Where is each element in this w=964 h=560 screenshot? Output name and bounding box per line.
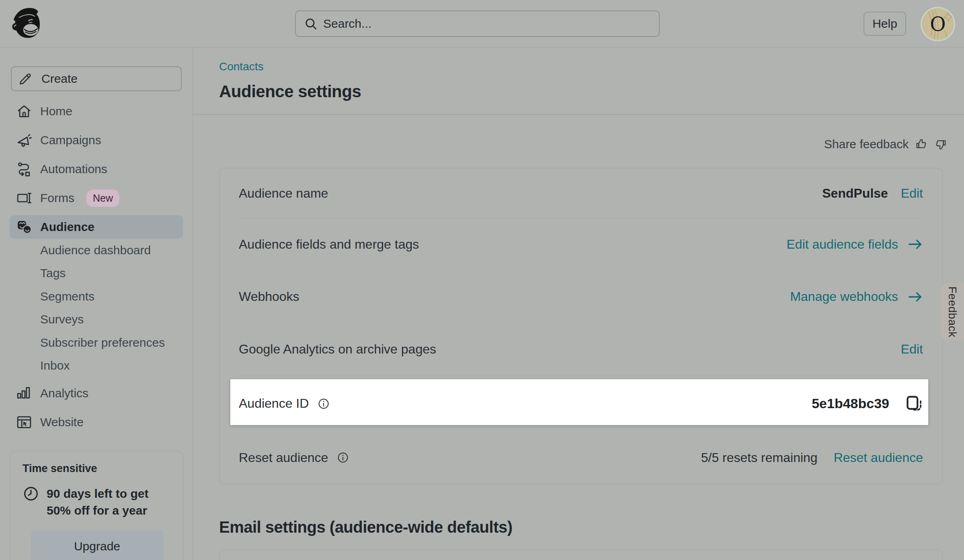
- copy-icon[interactable]: [905, 395, 923, 413]
- sidebar-item-label: Website: [40, 415, 84, 429]
- browser-window-icon: [16, 414, 32, 430]
- create-label: Create: [41, 72, 78, 86]
- page-title: Audience settings: [219, 82, 361, 101]
- sidebar-subitem-inbox[interactable]: Inbox: [0, 354, 193, 378]
- row-label: Audience fields and merge tags: [239, 237, 419, 252]
- search-input[interactable]: [323, 17, 651, 31]
- email-settings-title: Email settings (audience-wide defaults): [219, 518, 513, 536]
- sidebar-item-analytics[interactable]: Analytics: [10, 382, 183, 405]
- new-badge: New: [86, 190, 119, 207]
- row-audience-id: Audience ID 5e1b48bc39: [219, 376, 942, 432]
- sidebar-item-label: Campaigns: [40, 133, 101, 147]
- audience-name-value: SendPulse: [822, 186, 888, 201]
- arrow-right-icon[interactable]: [907, 237, 923, 251]
- edit-audience-name-link[interactable]: Edit: [901, 186, 923, 201]
- sidebar: Create Home Campaigns: [0, 47, 193, 560]
- sidebar-item-home[interactable]: Home: [10, 100, 183, 123]
- sidebar-item-forms[interactable]: Forms New: [10, 186, 183, 210]
- sidebar-subitem-segments[interactable]: Segments: [0, 285, 193, 308]
- sidebar-item-label: Analytics: [40, 386, 88, 400]
- sidebar-item-audience[interactable]: Audience: [10, 215, 183, 239]
- feedback-tab[interactable]: Feedback: [941, 283, 964, 341]
- sidebar-subitem-subscriber-preferences[interactable]: Subscriber preferences: [0, 331, 193, 354]
- sidebar-subitem-surveys[interactable]: Surveys: [0, 308, 193, 331]
- resets-remaining-value: 5/5 resets remaining: [701, 450, 818, 465]
- thumbs-up-icon[interactable]: [915, 138, 928, 151]
- upgrade-promo-card: Time sensitive 90 days left to get 50% o…: [10, 451, 183, 560]
- form-cursor-icon: [16, 190, 32, 206]
- upgrade-button[interactable]: Upgrade: [31, 530, 164, 560]
- share-feedback-label: Share feedback: [824, 137, 909, 151]
- header-divider: [193, 114, 964, 115]
- arrow-right-icon[interactable]: [907, 290, 923, 304]
- row-audience-fields: Audience fields and merge tags Edit audi…: [219, 219, 942, 270]
- sidebar-item-label: Automations: [40, 162, 107, 176]
- row-reset-audience: Reset audience 5/5 resets remaining Rese…: [219, 431, 942, 484]
- manage-webhooks-link[interactable]: Manage webhooks: [790, 289, 898, 304]
- pencil-icon: [18, 72, 33, 86]
- email-settings-card: [219, 550, 943, 560]
- row-label: Reset audience: [239, 450, 328, 465]
- search-icon: [304, 17, 318, 31]
- audience-faces-icon: [16, 219, 32, 235]
- automation-flow-icon: [16, 161, 32, 177]
- promo-eyebrow: Time sensitive: [23, 462, 172, 475]
- row-label: Audience ID: [239, 396, 309, 411]
- row-label: Webhooks: [239, 289, 299, 304]
- info-icon[interactable]: [318, 398, 330, 410]
- topbar: Help O: [0, 0, 964, 47]
- clock-icon: [23, 485, 39, 502]
- mailchimp-app: Help O Create: [0, 0, 964, 560]
- row-label: Google Analytics on archive pages: [239, 342, 436, 357]
- sidebar-item-label: Forms: [40, 191, 74, 205]
- sidebar-item-automations[interactable]: Automations: [10, 157, 183, 181]
- reset-audience-link[interactable]: Reset audience: [834, 450, 923, 465]
- sidebar-item-label: Home: [40, 104, 72, 118]
- share-feedback: Share feedback: [824, 137, 947, 151]
- edit-google-analytics-link[interactable]: Edit: [901, 342, 923, 357]
- global-search: [295, 10, 660, 37]
- sidebar-item-label: Audience: [40, 220, 94, 234]
- sidebar-item-campaigns[interactable]: Campaigns: [10, 129, 183, 152]
- avatar[interactable]: O: [921, 7, 955, 41]
- info-icon[interactable]: [337, 452, 349, 464]
- home-icon: [16, 103, 32, 119]
- promo-message: 90 days left to get 50% off for a year: [47, 485, 148, 519]
- edit-audience-fields-link[interactable]: Edit audience fields: [786, 237, 898, 252]
- feedback-tab-label: Feedback: [946, 286, 959, 337]
- mailchimp-freddie-logo-icon[interactable]: [11, 4, 43, 42]
- sidebar-subitem-tags[interactable]: Tags: [0, 262, 193, 285]
- audience-settings-card: Audience name SendPulse Edit Audience fi…: [219, 168, 943, 484]
- breadcrumb-contacts[interactable]: Contacts: [219, 60, 264, 73]
- audience-id-value: 5e1b48bc39: [812, 396, 889, 411]
- row-label: Audience name: [239, 186, 328, 201]
- create-button[interactable]: Create: [11, 66, 182, 91]
- help-button[interactable]: Help: [863, 12, 906, 36]
- avatar-initial: O: [930, 13, 946, 35]
- sidebar-item-website[interactable]: Website: [10, 411, 183, 434]
- megaphone-icon: [16, 132, 32, 148]
- row-audience-name: Audience name SendPulse Edit: [219, 168, 942, 219]
- sidebar-subitem-audience-dashboard[interactable]: Audience dashboard: [0, 239, 193, 262]
- row-google-analytics: Google Analytics on archive pages Edit: [219, 323, 942, 376]
- thumbs-down-icon[interactable]: [934, 138, 947, 151]
- bar-chart-icon: [16, 385, 32, 401]
- row-webhooks: Webhooks Manage webhooks: [219, 270, 942, 323]
